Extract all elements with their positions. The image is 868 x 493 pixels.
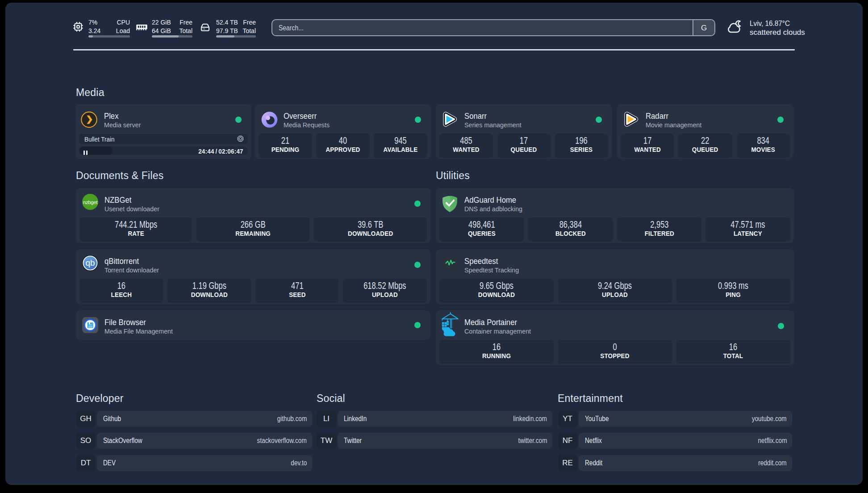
svg-text:nzbget: nzbget [83, 200, 98, 205]
svg-text:qb: qb [85, 258, 95, 267]
